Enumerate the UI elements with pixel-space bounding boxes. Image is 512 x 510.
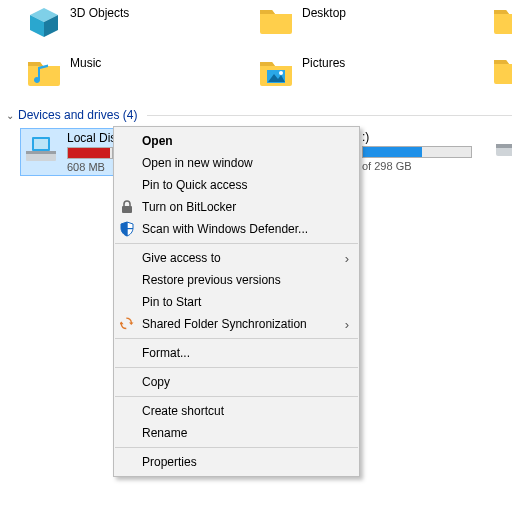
- menu-separator: [115, 396, 358, 397]
- menu-separator: [115, 447, 358, 448]
- menu-label: Properties: [142, 455, 197, 469]
- pictures-folder-icon: [258, 54, 294, 90]
- folder-icon: [258, 4, 294, 36]
- menu-label: Turn on BitLocker: [142, 200, 236, 214]
- submenu-arrow-icon: ›: [345, 251, 349, 266]
- menu-give-access[interactable]: Give access to ›: [114, 247, 359, 269]
- menu-restore-versions[interactable]: Restore previous versions: [114, 269, 359, 291]
- svg-rect-9: [34, 139, 48, 149]
- cube-icon: [26, 4, 62, 40]
- menu-label: Shared Folder Synchronization: [142, 317, 307, 331]
- folder-label: Desktop: [302, 4, 346, 20]
- menu-label: Create shortcut: [142, 404, 224, 418]
- menu-label: Restore previous versions: [142, 273, 281, 287]
- menu-bitlocker[interactable]: Turn on BitLocker: [114, 196, 359, 218]
- menu-separator: [115, 367, 358, 368]
- svg-rect-7: [26, 151, 56, 154]
- folder-pictures[interactable]: Pictures: [258, 54, 345, 90]
- drive-local-disk-c[interactable]: Local Dis 608 MB: [20, 128, 114, 176]
- menu-label: Pin to Quick access: [142, 178, 247, 192]
- folder-icon: [492, 4, 512, 36]
- menu-create-shortcut[interactable]: Create shortcut: [114, 400, 359, 422]
- menu-label: Pin to Start: [142, 295, 201, 309]
- menu-label: Format...: [142, 346, 190, 360]
- submenu-arrow-icon: ›: [345, 317, 349, 332]
- menu-format[interactable]: Format...: [114, 342, 359, 364]
- menu-shared-folder-sync[interactable]: Shared Folder Synchronization ›: [114, 313, 359, 335]
- drive-name: :): [362, 130, 472, 144]
- section-devices: ⌄ Devices and drives (4): [6, 108, 512, 122]
- folder-music[interactable]: Music: [26, 54, 101, 90]
- drive-item[interactable]: :) of 298 GB: [360, 128, 474, 174]
- drive-usage-fill: [363, 147, 422, 157]
- menu-label: Give access to: [142, 251, 221, 265]
- section-header-devices[interactable]: ⌄ Devices and drives (4): [6, 108, 512, 122]
- divider: [147, 115, 512, 116]
- folder-desktop[interactable]: Desktop: [258, 4, 346, 36]
- drive-usage-fill: [68, 148, 110, 158]
- menu-copy[interactable]: Copy: [114, 371, 359, 393]
- drive-item-partial[interactable]: [492, 138, 512, 162]
- drive-usage-bar: [362, 146, 472, 158]
- music-folder-icon: [26, 54, 62, 90]
- folders-area: 3D Objects Desktop Music: [0, 0, 512, 100]
- menu-label: Scan with Windows Defender...: [142, 222, 308, 236]
- drive-subtext: 608 MB: [67, 161, 116, 173]
- section-title: Devices and drives (4): [18, 108, 137, 122]
- drive-usage-bar: [67, 147, 113, 159]
- chevron-down-icon: ⌄: [6, 110, 14, 121]
- menu-properties[interactable]: Properties: [114, 451, 359, 473]
- drive-icon: [494, 140, 512, 160]
- bitlocker-icon: [118, 198, 136, 216]
- menu-label: Open in new window: [142, 156, 253, 170]
- menu-open-new-window[interactable]: Open in new window: [114, 152, 359, 174]
- menu-pin-start[interactable]: Pin to Start: [114, 291, 359, 313]
- folder-label: 3D Objects: [70, 4, 129, 20]
- svg-point-5: [279, 71, 283, 75]
- folder-label: Music: [70, 54, 101, 70]
- sync-icon: [118, 315, 136, 333]
- menu-pin-quick-access[interactable]: Pin to Quick access: [114, 174, 359, 196]
- menu-label: Open: [142, 134, 173, 148]
- menu-separator: [115, 243, 358, 244]
- defender-shield-icon: [118, 220, 136, 238]
- drive-icon: [23, 131, 59, 167]
- drive-info: :) of 298 GB: [362, 130, 472, 172]
- folder-icon: [492, 54, 512, 86]
- folder-item-partial[interactable]: [492, 4, 512, 36]
- svg-rect-15: [121, 228, 133, 229]
- menu-label: Rename: [142, 426, 187, 440]
- folder-item-partial[interactable]: [492, 54, 512, 86]
- drive-info: Local Dis 608 MB: [67, 131, 116, 173]
- menu-open[interactable]: Open: [114, 130, 359, 152]
- menu-rename[interactable]: Rename: [114, 422, 359, 444]
- drive-name: Local Dis: [67, 131, 116, 145]
- svg-rect-13: [122, 206, 132, 213]
- folder-label: Pictures: [302, 54, 345, 70]
- menu-label: Copy: [142, 375, 170, 389]
- menu-defender-scan[interactable]: Scan with Windows Defender...: [114, 218, 359, 240]
- menu-separator: [115, 338, 358, 339]
- folder-3d-objects[interactable]: 3D Objects: [26, 4, 129, 40]
- svg-rect-11: [496, 144, 512, 148]
- drive-subtext: of 298 GB: [362, 160, 472, 172]
- context-menu: Open Open in new window Pin to Quick acc…: [113, 126, 360, 477]
